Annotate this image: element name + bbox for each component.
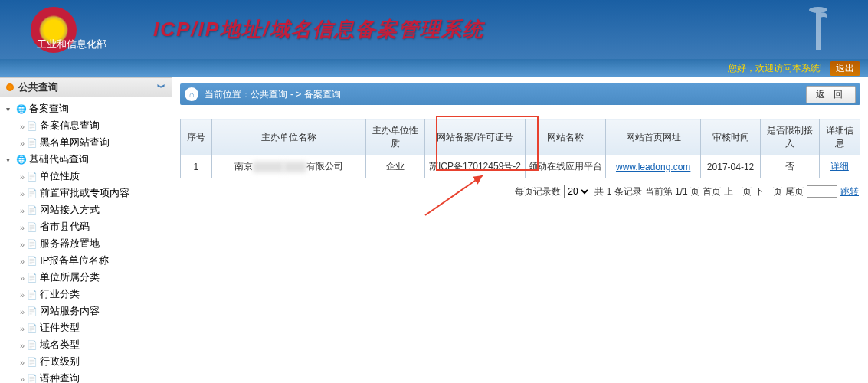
breadcrumb-path1[interactable]: 公共查询 [251, 88, 287, 101]
tree-item[interactable]: 前置审批或专项内容 [3, 185, 172, 201]
globe-icon [15, 153, 28, 165]
logout-button[interactable]: 退出 [830, 61, 860, 76]
globe-icon [15, 103, 28, 115]
pager-first[interactable]: 首页 [703, 185, 721, 198]
tree-item[interactable]: 域名类型 [3, 336, 172, 353]
tree-item[interactable]: 服务器放置地 [3, 235, 172, 252]
results-table-wrap: 序号 主办单位名称 主办单位性质 网站备案/许可证号 网站名称 网站首页网址 审… [180, 119, 860, 178]
th-restricted: 是否限制接入 [760, 119, 819, 155]
tree-item[interactable]: 行政级别 [3, 353, 172, 370]
header: 工业和信息化部 ICP/IP地址/域名信息备案管理系统 [0, 0, 868, 59]
per-page-select[interactable]: 20 [564, 185, 591, 198]
doc-icon [26, 170, 38, 182]
back-button[interactable]: 返 回 [806, 86, 856, 103]
page-input[interactable] [807, 185, 837, 198]
arrow-icon [20, 272, 26, 283]
pager-prev[interactable]: 上一页 [724, 185, 752, 198]
cell-sitename: 领动在线应用平台 [526, 155, 606, 178]
cell-unit: 南京有限公司 [211, 155, 365, 178]
content: ⌂ 当前位置： 公共查询 - > 备案查询 返 回 序号 主办单位名称 主办单位… [172, 77, 868, 383]
cell-time: 2017-04-12 [701, 155, 761, 178]
doc-icon [26, 305, 38, 317]
th-sitename: 网站名称 [526, 119, 606, 155]
doc-icon [26, 187, 38, 199]
arrow-icon [20, 356, 26, 368]
tree-item[interactable]: 黑名单网站查询 [3, 134, 172, 151]
tree-item[interactable]: IP报备单位名称 [3, 252, 172, 269]
cell-restricted: 否 [760, 155, 819, 178]
detail-link[interactable]: 详细 [830, 161, 849, 172]
cell-seq: 1 [181, 155, 212, 178]
collapse-icon[interactable]: ︾ [157, 82, 165, 93]
dot-icon [6, 83, 14, 91]
th-seq: 序号 [181, 119, 212, 155]
tree-item[interactable]: 单位性质 [3, 168, 172, 185]
table-row: 1 南京有限公司 企业 苏ICP备17012459号-2 领动在线应用平台 ww… [181, 155, 860, 178]
arrow-icon [20, 373, 26, 384]
sidebar: 公共查询 ︾ ▾ 备案查询 备案信息查询 黑名单网站查询 ▾ 基础代码查询 单位… [0, 77, 172, 383]
welcome-text: 您好，欢迎访问本系统! [728, 62, 822, 75]
breadcrumb-sep: - > [290, 89, 301, 100]
doc-icon [26, 237, 38, 250]
home-icon[interactable]: ⌂ [185, 87, 198, 101]
doc-icon [26, 204, 38, 216]
doc-icon [26, 372, 38, 383]
tree-item[interactable]: 语种查询 [3, 370, 172, 383]
doc-icon [26, 119, 38, 132]
cell-nature: 企业 [366, 155, 425, 178]
tree-item[interactable]: 省市县代码 [3, 218, 172, 235]
arrow-icon [20, 221, 26, 233]
tree-item[interactable]: 行业分类 [3, 286, 172, 303]
page-title: ICP/IP地址/域名信息备案管理系统 [153, 16, 484, 43]
doc-icon [26, 254, 38, 267]
arrow-icon [20, 306, 26, 317]
arrow-icon [20, 188, 26, 199]
site-url-link[interactable]: www.leadong.com [616, 162, 690, 172]
tree-item[interactable]: 网站服务内容 [3, 303, 172, 319]
arrow-icon [20, 238, 26, 250]
tree-item[interactable]: 备案信息查询 [3, 117, 172, 134]
nav-tree: ▾ 备案查询 备案信息查询 黑名单网站查询 ▾ 基础代码查询 单位性质 前置审批… [0, 97, 172, 383]
arrow-icon [20, 255, 26, 267]
goto-link[interactable]: 跳转 [840, 185, 859, 198]
doc-icon [26, 288, 38, 300]
current-page-label: 当前第 1/1 页 [645, 185, 699, 198]
doc-icon [26, 221, 38, 233]
results-table: 序号 主办单位名称 主办单位性质 网站备案/许可证号 网站名称 网站首页网址 审… [180, 119, 860, 178]
tree-group-codes[interactable]: ▾ 基础代码查询 [3, 151, 172, 168]
welcome-bar: 您好，欢迎访问本系统! 退出 [0, 59, 868, 77]
doc-icon [26, 322, 38, 334]
svg-point-1 [809, 7, 827, 13]
th-url: 网站首页网址 [606, 119, 701, 155]
table-header-row: 序号 主办单位名称 主办单位性质 网站备案/许可证号 网站名称 网站首页网址 审… [181, 119, 860, 155]
arrow-icon [20, 289, 26, 300]
per-page-label: 每页记录数 [515, 185, 561, 198]
tree-item[interactable]: 网站接入方式 [3, 201, 172, 218]
doc-icon [26, 271, 38, 283]
arrow-icon [20, 171, 26, 182]
arrow-icon [20, 205, 26, 216]
pager-next[interactable]: 下一页 [755, 185, 782, 198]
th-unit: 主办单位名称 [211, 119, 365, 155]
total-label: 共 1 条记录 [594, 185, 641, 198]
tree-item[interactable]: 单位所属分类 [3, 269, 172, 286]
pager-last[interactable]: 尾页 [785, 185, 804, 198]
cell-detail: 详细 [819, 155, 860, 178]
breadcrumb-label: 当前位置： [205, 88, 251, 101]
breadcrumb-path2[interactable]: 备案查询 [304, 88, 341, 101]
arrow-icon [20, 339, 26, 351]
tree-item[interactable]: 证件类型 [3, 319, 172, 336]
pager: 每页记录数 20 共 1 条记录 当前第 1/1 页 首页 上一页 下一页 尾页… [182, 185, 859, 198]
th-nature: 主办单位性质 [366, 119, 425, 155]
cell-url: www.leadong.com [606, 155, 701, 178]
arrow-icon [20, 322, 26, 334]
sidebar-section-header[interactable]: 公共查询 ︾ [0, 77, 172, 97]
tree-group-beian[interactable]: ▾ 备案查询 [3, 100, 172, 117]
redacted [283, 162, 306, 172]
th-detail: 详细信息 [819, 119, 860, 155]
breadcrumb: ⌂ 当前位置： 公共查询 - > 备案查询 返 回 [180, 83, 860, 105]
cell-icp: 苏ICP备17012459号-2 [424, 155, 525, 178]
svg-rect-0 [816, 11, 821, 50]
arrow-icon [20, 120, 26, 132]
huabiao-icon [807, 4, 830, 50]
